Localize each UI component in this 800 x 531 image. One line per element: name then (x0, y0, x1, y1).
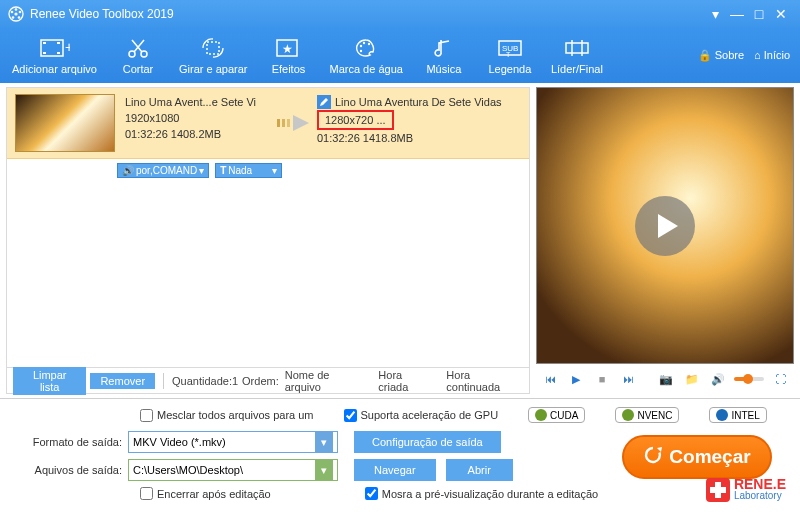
tool-watermark[interactable]: Marca de água (321, 32, 410, 78)
video-preview[interactable] (536, 87, 794, 364)
sort-by-continued[interactable]: Hora continuada (446, 369, 523, 393)
nvenc-badge: NVENC (615, 407, 679, 423)
tool-rotate-crop[interactable]: Girar e aparar (171, 32, 255, 78)
home-icon: ⌂ (754, 49, 761, 61)
clear-list-button[interactable]: Limpar lista (13, 367, 86, 395)
open-folder-button[interactable]: 📁 (682, 369, 702, 389)
start-button[interactable]: Começar (622, 435, 772, 479)
audio-track-select[interactable]: 🔊por,COMAND▾ (117, 163, 209, 178)
svg-point-23 (360, 50, 362, 52)
svg-rect-9 (43, 52, 46, 54)
sort-by-created[interactable]: Hora criada (378, 369, 432, 393)
home-link[interactable]: ⌂Início (754, 49, 790, 61)
subtitle-track-select[interactable]: TNada▾ (215, 163, 282, 178)
app-title: Renee Video Toolbox 2019 (30, 7, 704, 21)
order-label: Ordem: (242, 375, 279, 387)
chevron-down-icon: ▾ (315, 432, 333, 452)
tool-cut[interactable]: Cortar (105, 32, 171, 78)
svg-point-3 (19, 10, 22, 13)
svg-rect-30 (277, 119, 280, 127)
dest-resolution-box[interactable]: 1280x720 ... (317, 110, 394, 130)
close-after-checkbox[interactable]: Encerrar após editação (140, 487, 271, 500)
output-config-button[interactable]: Configuração de saída (354, 431, 501, 453)
output-path-field[interactable]: C:\Users\MO\Desktop\▾ (128, 459, 338, 481)
close-button[interactable]: ✕ (770, 5, 792, 23)
svg-point-20 (360, 45, 362, 47)
main-toolbar: +Adicionar arquivo Cortar Girar e aparar… (0, 27, 800, 83)
minimize-button[interactable]: — (726, 5, 748, 23)
source-resolution: 1920x1080 (125, 110, 273, 126)
filmstrip-star-icon: ★ (275, 35, 301, 61)
chevron-down-icon: ▾ (272, 165, 277, 176)
source-duration-size: 01:32:26 1408.2MB (125, 126, 273, 142)
merge-checkbox[interactable]: Mesclar todos arquivos para um (140, 409, 314, 422)
titlebar: Renee Video Toolbox 2019 ▾ — □ ✕ (0, 0, 800, 27)
quantity-label: Quantidade:1 (172, 375, 238, 387)
volume-slider[interactable] (734, 377, 764, 381)
prev-button[interactable]: ⏮ (540, 369, 560, 389)
music-note-icon (434, 35, 454, 61)
scissors-icon (126, 35, 150, 61)
dest-filename: Lino Uma Aventura De Sete Vidas (335, 94, 502, 110)
play-button[interactable]: ▶ (566, 369, 586, 389)
dest-info: Lino Uma Aventura De Sete Vidas 1280x720… (317, 94, 521, 152)
filmstrip-plus-icon: + (40, 35, 70, 61)
svg-line-16 (132, 40, 142, 52)
about-link[interactable]: 🔒Sobre (698, 49, 744, 62)
preview-pane: ⏮ ▶ ■ ⏭ 📷 📁 🔊 ⛶ (536, 87, 794, 394)
gpu-accel-checkbox[interactable]: Suporta aceleração de GPU (344, 409, 499, 422)
palette-icon (354, 35, 378, 61)
stop-button[interactable]: ■ (592, 369, 612, 389)
svg-text:★: ★ (282, 42, 293, 56)
tool-add-file[interactable]: +Adicionar arquivo (4, 32, 105, 78)
subtitle-icon: SUBT (497, 35, 523, 61)
next-button[interactable]: ⏭ (618, 369, 638, 389)
svg-marker-33 (293, 115, 309, 131)
output-settings-panel: Mesclar todos arquivos para um Suporta a… (0, 399, 800, 506)
file-row[interactable]: Lino Uma Avent...e Sete Vi 1920x1080 01:… (7, 88, 529, 159)
play-overlay-button[interactable] (635, 196, 695, 256)
lock-icon: 🔒 (698, 49, 712, 62)
output-path-label: Aquivos de saída: (12, 464, 122, 476)
svg-rect-27 (566, 43, 588, 53)
svg-point-6 (11, 10, 14, 13)
tool-effects[interactable]: ★Efeitos (255, 32, 321, 78)
svg-point-5 (12, 16, 15, 19)
edit-name-icon[interactable] (317, 95, 331, 109)
file-list-pane: Lino Uma Avent...e Sete Vi 1920x1080 01:… (6, 87, 530, 394)
svg-rect-11 (57, 52, 60, 54)
video-thumbnail (15, 94, 115, 152)
volume-icon[interactable]: 🔊 (708, 369, 728, 389)
intel-badge: INTEL (709, 407, 766, 423)
svg-point-1 (14, 12, 17, 15)
preview-during-checkbox[interactable]: Mosra a pré-visualização durante a edita… (365, 487, 598, 500)
svg-rect-10 (57, 42, 60, 44)
dest-duration-size: 01:32:26 1418.8MB (317, 130, 521, 146)
svg-rect-32 (287, 119, 290, 127)
maximize-button[interactable]: □ (748, 5, 770, 23)
output-format-select[interactable]: MKV Video (*.mkv)▾ (128, 431, 338, 453)
fullscreen-button[interactable]: ⛶ (770, 369, 790, 389)
tool-subtitle[interactable]: SUBTLegenda (477, 32, 543, 78)
svg-point-4 (18, 16, 21, 19)
settings-icon[interactable]: ▾ (704, 5, 726, 23)
cross-icon (706, 478, 730, 502)
chevron-down-icon: ▾ (315, 460, 333, 480)
player-controls: ⏮ ▶ ■ ⏭ 📷 📁 🔊 ⛶ (536, 364, 794, 394)
browse-button[interactable]: Navegar (354, 459, 436, 481)
svg-rect-8 (43, 42, 46, 44)
speaker-icon: 🔊 (122, 165, 134, 176)
chevron-down-icon: ▾ (199, 165, 204, 176)
open-folder-button[interactable]: Abrir (446, 459, 513, 481)
svg-text:T: T (506, 51, 511, 58)
snapshot-button[interactable]: 📷 (656, 369, 676, 389)
remove-button[interactable]: Remover (90, 373, 155, 389)
clip-range-icon (564, 35, 590, 61)
svg-line-15 (134, 40, 144, 52)
tool-leader-final[interactable]: Líder/Final (543, 32, 611, 78)
tool-music[interactable]: Música (411, 32, 477, 78)
sort-by-name[interactable]: Nome de arquivo (285, 369, 365, 393)
svg-text:+: + (65, 39, 70, 55)
brand-logo: RENE.ELaboratory (706, 478, 786, 502)
text-icon: T (220, 165, 226, 176)
